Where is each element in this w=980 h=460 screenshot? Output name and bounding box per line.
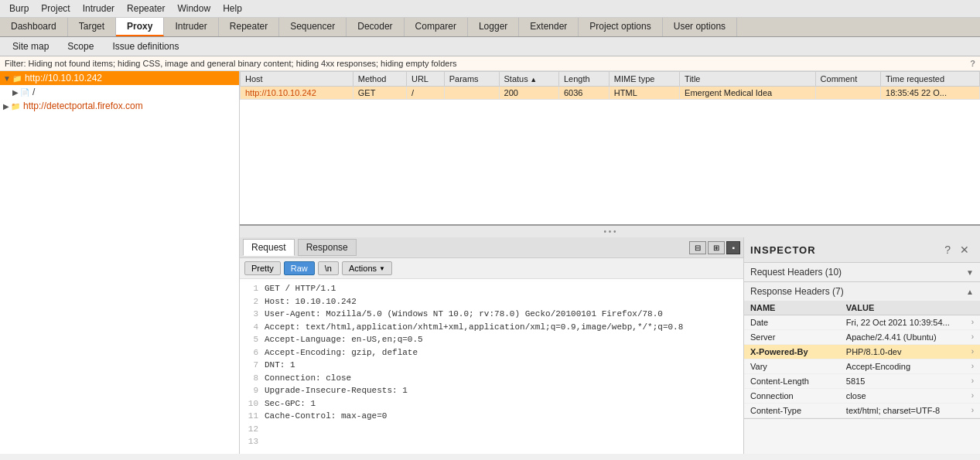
filter-help-icon[interactable]: ? [970,59,975,68]
request-code: 12345678910111213 GET / HTTP/1.1Host: 10… [240,279,743,454]
col-status[interactable]: Status [499,72,558,87]
btn-view-single[interactable]: ▪ [726,241,740,254]
line-number: 3 [243,308,258,321]
line-numbers: 12345678910111213 [243,282,265,451]
col-time[interactable]: Time requested [881,72,980,87]
table-row[interactable]: http://10.10.10.242GET/2006036HTMLEmerge… [241,87,980,100]
section-header-request[interactable]: Request Headers (10) ▼ [744,263,980,281]
tab-repeater[interactable]: Repeater [219,18,279,36]
inspector-cell-value: 5815 [840,374,965,389]
btn-view-horizontal[interactable]: ⊞ [708,241,725,254]
expand-icon-root: ▼ [3,74,11,83]
inspector-row[interactable]: VaryAccept-Encoding› [744,359,980,374]
inspector-cell-chevron[interactable]: › [965,345,980,359]
btn-raw[interactable]: Raw [284,261,315,275]
btn-pretty[interactable]: Pretty [244,261,281,275]
inspector-cell-value: close [840,389,965,404]
inspector-cell-chevron[interactable]: › [965,359,980,374]
tab-dashboard[interactable]: Dashboard [0,18,68,36]
req-res-area: Request Response ⊟ ⊞ ▪ Pretty Raw \n Act… [240,237,980,454]
tree-item-detectportal[interactable]: ▶ 📁 http://detectportal.firefox.com [0,99,239,113]
inspector-cell-chevron[interactable]: › [965,389,980,404]
tab-extender[interactable]: Extender [519,18,579,36]
inspector-col-arrow [965,301,980,315]
inspector-row[interactable]: Content-Length5815› [744,374,980,389]
tree-item-root[interactable]: ▼ 📁 http://10.10.10.242 [0,71,239,85]
col-title[interactable]: Title [680,72,816,87]
cell-status: 200 [499,87,558,100]
inspector-cell-chevron[interactable]: › [965,315,980,330]
line-number: 11 [243,410,258,423]
tab-response[interactable]: Response [298,239,357,256]
code-line: Host: 10.10.10.242 [265,295,740,308]
inspector-row[interactable]: X-Powered-ByPHP/8.1.0-dev› [744,345,980,359]
cell-params [444,87,499,100]
inspector-section-request-headers: Request Headers (10) ▼ [744,263,980,282]
menu-burp[interactable]: Burp [3,2,35,15]
col-method[interactable]: Method [353,72,406,87]
line-number: 2 [243,295,258,308]
inspector-cell-name: Connection [744,389,840,404]
tab-logger[interactable]: Logger [468,18,519,36]
inspector-panel: INSPECTOR ? ✕ Request Headers (10) ▼ Res… [744,237,980,454]
code-line: User-Agent: Mozilla/5.0 (Windows NT 10.0… [265,308,740,321]
tab-user-options[interactable]: User options [663,18,737,36]
section-arrow-request: ▼ [966,268,974,277]
tab-intruder[interactable]: Intruder [164,18,218,36]
menu-intruder[interactable]: Intruder [77,2,121,15]
sub-tab-scope[interactable]: Scope [58,39,103,54]
menu-project[interactable]: Project [35,2,76,15]
col-length[interactable]: Length [558,72,609,87]
btn-actions[interactable]: Actions [342,261,392,275]
line-number: 13 [243,435,258,448]
tree-item-slash[interactable]: ▶ 📄 / [0,85,239,99]
cell-method: GET [353,87,406,100]
inspector-cell-chevron[interactable]: › [965,374,980,389]
btn-view-split[interactable]: ⊟ [689,241,706,254]
filter-text[interactable]: Filter: Hiding not found items; hiding C… [5,59,457,68]
main-content: ▼ 📁 http://10.10.10.242 ▶ 📄 / ▶ 📁 http:/… [0,71,980,454]
tab-target[interactable]: Target [68,18,116,36]
code-line: Sec-GPC: 1 [265,397,740,411]
sub-tab-issue-definitions[interactable]: Issue definitions [103,39,188,54]
inspector-cell-chevron[interactable]: › [965,330,980,345]
tab-comparer[interactable]: Comparer [405,18,468,36]
code-line: GET / HTTP/1.1 [265,282,740,295]
tab-decoder[interactable]: Decoder [347,18,404,36]
inspector-row[interactable]: Content-Typetext/html; charset=UTF-8› [744,404,980,418]
tab-sequencer[interactable]: Sequencer [279,18,347,36]
inspector-cell-value: text/html; charset=UTF-8 [840,404,965,418]
inspector-col-name: NAME [744,301,840,315]
inspector-close-icon[interactable]: ✕ [955,242,974,257]
inspector-cell-value: Fri, 22 Oct 2021 10:39:54... [840,315,965,330]
col-comment[interactable]: Comment [815,72,880,87]
code-content: GET / HTTP/1.1Host: 10.10.10.242User-Age… [265,282,740,451]
main-tab-bar: Dashboard Target Proxy Intruder Repeater… [0,18,980,37]
section-header-response[interactable]: Response Headers (7) ▲ [744,282,980,301]
menu-help[interactable]: Help [217,2,248,15]
btn-newline[interactable]: \n [318,261,339,275]
line-number: 12 [243,423,258,436]
col-params[interactable]: Params [444,72,499,87]
menu-bar: Burp Project Intruder Repeater Window He… [0,0,980,18]
inspector-row[interactable]: ServerApache/2.4.41 (Ubuntu)› [744,330,980,345]
sub-tab-bar: Site map Scope Issue definitions [0,37,980,56]
sub-tab-sitemap[interactable]: Site map [3,39,58,54]
inspector-row[interactable]: DateFri, 22 Oct 2021 10:39:54...› [744,315,980,330]
tab-project-options[interactable]: Project options [579,18,662,36]
divider-dots[interactable]: • • • [240,226,980,237]
menu-repeater[interactable]: Repeater [121,2,171,15]
cell-title: Emergent Medical Idea [680,87,816,100]
col-url[interactable]: URL [406,72,444,87]
inspector-help-icon[interactable]: ? [940,242,955,257]
http-table-container: Host Method URL Params Status Length MIM… [240,71,980,226]
col-mime[interactable]: MIME type [609,72,679,87]
folder-icon-detectportal: 📁 [11,102,20,111]
tab-request[interactable]: Request [243,239,295,256]
inspector-cell-name: Server [744,330,840,345]
inspector-cell-chevron[interactable]: › [965,404,980,418]
col-host[interactable]: Host [241,72,353,87]
menu-window[interactable]: Window [171,2,217,15]
tab-proxy[interactable]: Proxy [116,18,164,36]
inspector-row[interactable]: Connectionclose› [744,389,980,404]
